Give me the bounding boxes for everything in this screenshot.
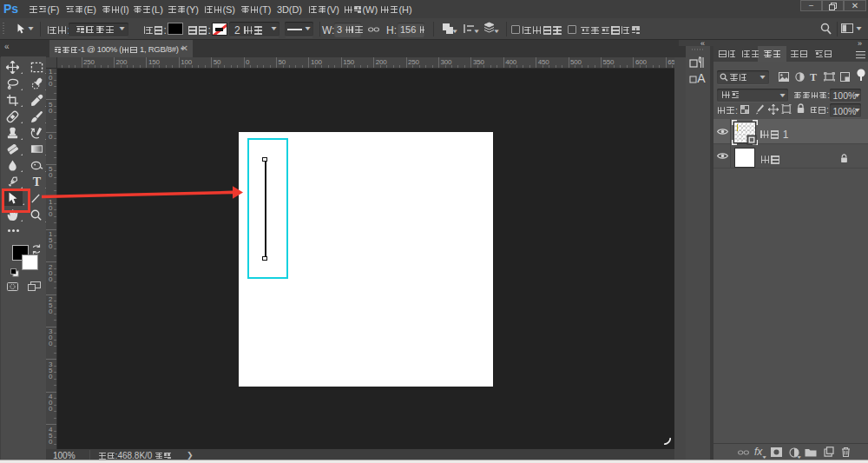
svg-text:A: A bbox=[697, 71, 706, 84]
